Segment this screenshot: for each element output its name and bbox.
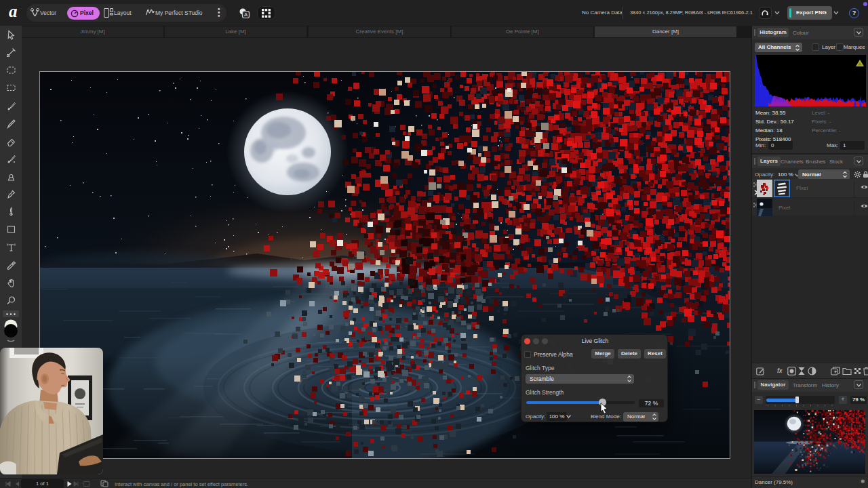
svg-text:A: A bbox=[244, 12, 248, 18]
